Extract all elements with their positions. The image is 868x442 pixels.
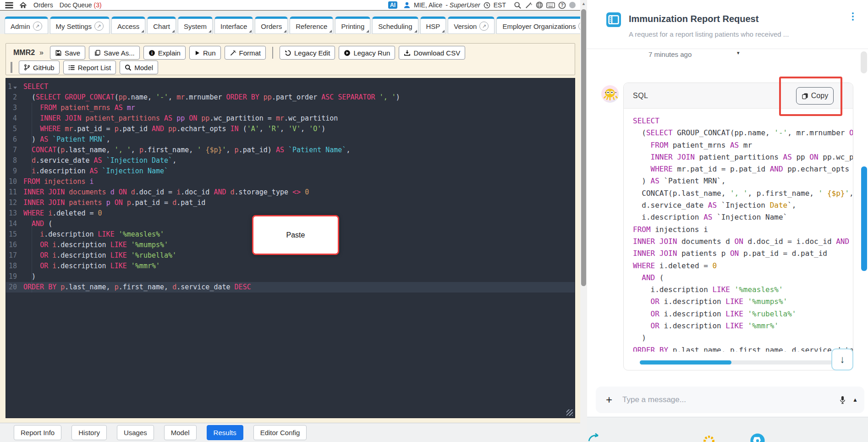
line-number: 15	[6, 229, 20, 240]
scrollbar-thumb[interactable]	[581, 9, 586, 286]
chat-subtitle: A request for a report listing patients …	[629, 30, 789, 38]
tab-label: Chart	[153, 22, 170, 30]
bottom-tab-history[interactable]: History	[71, 425, 107, 440]
collapse-arrow-icon[interactable]: ▾	[737, 50, 740, 56]
line-number: 8	[6, 155, 20, 166]
help-icon[interactable]: ?	[558, 1, 566, 9]
presence-indicator	[569, 2, 576, 8]
toolbar-divider	[272, 47, 273, 59]
chat-panel-icon	[606, 12, 621, 27]
copy-button[interactable]: Copy	[796, 87, 834, 105]
legacy-run-button[interactable]: Legacy Run	[339, 46, 395, 60]
scrollbar-up-arrow-icon[interactable]: ▲	[580, 0, 587, 7]
tab-access[interactable]: Access	[111, 17, 145, 34]
bottom-tab-model[interactable]: Model	[164, 425, 197, 440]
chat-code-line-15: i.description LIKE '%measles%'	[633, 284, 853, 296]
user-name[interactable]: MIE, Alice	[414, 1, 442, 9]
breadcrumb-orders[interactable]: Orders	[33, 1, 53, 9]
paste-button[interactable]: Paste	[252, 215, 339, 255]
tab-system[interactable]: System	[178, 17, 213, 34]
tab-interface[interactable]: Interface	[214, 17, 253, 34]
code-scrollbar-track[interactable]	[640, 360, 832, 365]
chat-code-line-12: INNER JOIN patients p ON p.pat_id = d.pa…	[633, 248, 853, 260]
tab-orders[interactable]: Orders	[255, 17, 288, 34]
chat-code-line-17: OR i.description LIKE '%rubella%'	[633, 308, 853, 320]
line-number: 7	[6, 145, 20, 155]
tab-label: Orders	[261, 22, 282, 30]
search-icon[interactable]	[514, 1, 522, 9]
tab-label: HSP	[426, 22, 440, 30]
model-button[interactable]: Model	[120, 61, 158, 74]
ai-badge[interactable]: AI	[388, 1, 397, 9]
scroll-to-bottom-button[interactable]: ↓	[831, 348, 853, 370]
fold-arrow-icon[interactable]	[13, 87, 17, 89]
editor-line-6: 6 ) AS `Patient MRN`,	[6, 134, 575, 145]
tab-employer-organizations[interactable]: Employer Organizations↗	[496, 17, 580, 34]
chat-code-line-16: OR i.description LIKE '%mumps%'	[633, 296, 853, 308]
chat-code-line-4: INNER JOIN patient_partitions AS pp ON p…	[633, 151, 853, 163]
download-csv-button[interactable]: Download CSV	[399, 46, 465, 60]
sql-card-header: SQL Copy	[624, 83, 853, 109]
assistant-avatar	[601, 85, 619, 103]
format-button[interactable]: Format	[225, 46, 266, 60]
github-button[interactable]: GitHub	[19, 61, 60, 74]
chat-panel: Immunization Report Request A request fo…	[587, 0, 868, 442]
kebab-menu-icon[interactable]	[851, 11, 855, 22]
wand-icon[interactable]	[525, 1, 533, 9]
microphone-icon[interactable]	[839, 396, 846, 404]
user-icon	[403, 1, 411, 9]
tab-reference[interactable]: Reference	[290, 17, 333, 34]
editor-line-12: 12INNER JOIN patients p ON p.pat_id = d.…	[6, 198, 575, 208]
chat-code-line-18: OR i.description LIKE '%mmr%'	[633, 320, 853, 332]
tab-label: Printing	[341, 22, 364, 30]
external-link-icon: ↗	[479, 22, 489, 31]
legacy-edit-button[interactable]: Legacy Edit	[280, 46, 335, 60]
tab-printing[interactable]: Printing	[335, 17, 370, 34]
attach-button[interactable]: +	[602, 393, 616, 406]
message-input[interactable]	[622, 395, 833, 404]
line-number: 3	[6, 103, 20, 113]
globe-icon[interactable]	[536, 1, 543, 9]
code-scrollbar-thumb[interactable]	[640, 360, 731, 365]
editor-line-4: 4 INNER JOIN patient_partitions AS pp ON…	[6, 113, 575, 124]
doc-queue-count: (3)	[94, 1, 102, 9]
top-bar: Orders Doc Queue (3) AI MIE, Alice - Sup…	[0, 0, 580, 11]
report-list-button[interactable]: Report List	[63, 61, 116, 74]
run-button[interactable]: Run	[189, 46, 221, 60]
history-icon	[285, 50, 291, 56]
chat-scrollbar-thumb[interactable]	[861, 166, 867, 271]
left-app-scrollbar[interactable]: ▲	[580, 0, 587, 442]
explain-button[interactable]: iExplain	[143, 46, 186, 60]
editor-line-9: 9 i.description AS `Injection Name`	[6, 166, 575, 177]
tab-label: Admin	[11, 22, 30, 30]
save-as--button[interactable]: Save As...	[89, 46, 140, 60]
bottom-tab-report-info[interactable]: Report Info	[14, 425, 61, 440]
home-icon[interactable]	[19, 1, 27, 9]
tab-label: Scheduling	[378, 22, 412, 30]
save-as-icon	[94, 50, 101, 56]
bottom-tab-usages[interactable]: Usages	[117, 425, 154, 440]
report-expander[interactable]: »	[39, 49, 44, 57]
sql-message-card: SQL Copy SELECT (SELECT GROUP_CONCAT(pp.…	[623, 83, 853, 370]
tab-hsp[interactable]: HSP	[420, 17, 446, 34]
tab-my-settings[interactable]: My Settings↗	[50, 17, 110, 34]
bottom-tab-editor-config[interactable]: Editor Config	[253, 425, 307, 440]
assistant-bot-icon	[750, 433, 765, 442]
tab-scheduling[interactable]: Scheduling	[372, 17, 418, 34]
toolbar-row-1: MMR2 » SaveSave As...iExplainRunFormat L…	[10, 45, 571, 60]
editor-line-10: 10FROM injections i	[6, 177, 575, 187]
chat-footer	[587, 417, 868, 442]
keyboard-icon[interactable]	[546, 2, 555, 8]
tab-admin[interactable]: Admin↗	[5, 17, 48, 34]
save-button[interactable]: Save	[50, 46, 85, 60]
editor-resize-handle[interactable]	[566, 409, 573, 416]
bottom-tab-results[interactable]: Results	[207, 425, 243, 440]
breadcrumb-doc-queue[interactable]: Doc Queue (3)	[60, 1, 102, 9]
tab-chart[interactable]: Chart	[147, 17, 176, 34]
collapse-composer-icon[interactable]: ▲	[852, 397, 858, 403]
chat-code-line-5: WHERE mr.pat_id = p.pat_id AND pp.echart…	[633, 163, 853, 175]
tab-label: Interface	[220, 22, 247, 30]
chat-code-line-8: d.service_date AS `Injection Date`,	[633, 199, 853, 211]
tab-version[interactable]: Version↗	[448, 17, 494, 34]
hamburger-menu-icon[interactable]	[5, 2, 14, 9]
